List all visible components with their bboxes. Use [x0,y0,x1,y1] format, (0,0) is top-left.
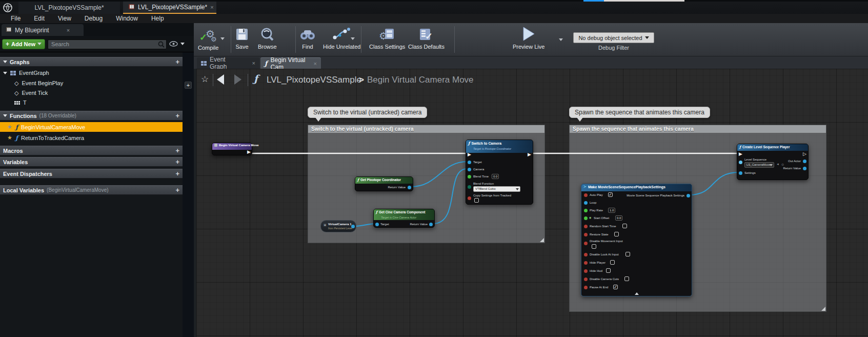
target-pin[interactable] [468,161,471,164]
compile-options-chevron-icon[interactable] [220,37,225,40]
section-functions[interactable]: Functions (18 Overridable) + [0,111,183,121]
hide-player-pin[interactable] [584,261,588,265]
disable-camera-cuts-checkbox[interactable] [624,276,629,281]
add-local-variable-button[interactable]: + [175,186,179,194]
tab-my-blueprint[interactable]: My Blueprint × [2,24,84,36]
menu-file[interactable]: File [4,14,27,23]
close-icon[interactable]: × [210,4,213,10]
tree-item-event-beginplay[interactable]: ◇ Event BeginPlay [0,78,183,88]
tree-item-t[interactable]: T [0,98,183,107]
section-variables[interactable]: Variables + [0,157,183,167]
copy-settings-pin[interactable] [468,196,471,200]
auto-play-checkbox[interactable]: ✓ [608,192,613,197]
browse-button[interactable]: Browse [258,27,277,50]
section-graphs[interactable]: Graphs + [0,57,183,67]
node-create-level-sequence-player[interactable]: ƒ Create Level Sequence Player ▶ ▷ Level… [737,144,809,180]
graph-canvas[interactable]: ☆ ƒ LVL_PixotopeVSSample > Begin Virtual… [196,69,868,337]
disable-look-at-input-pin[interactable] [584,253,588,256]
menu-window[interactable]: Window [109,14,145,23]
add-variable-button[interactable]: + [175,158,179,166]
class-settings-button[interactable]: ⚙ Class Settings [369,27,405,50]
return-value-pin[interactable] [803,167,806,170]
find-button[interactable]: Find [299,27,316,50]
return-value-pin[interactable] [408,186,411,189]
play-rate-field[interactable]: 1.0 [608,208,615,213]
pause-at-end-checkbox[interactable]: ✓ [613,285,618,289]
menu-debug[interactable]: Debug [78,14,109,23]
section-local-variables[interactable]: Local Variables (BeginVirtualCameraMove)… [0,185,183,195]
menu-help[interactable]: Help [145,14,171,23]
favorite-star-icon[interactable]: ★ [7,124,12,130]
disable-look-at-input-checkbox[interactable] [625,252,630,256]
add-macro-button[interactable]: + [175,147,179,154]
exec-out-pin[interactable]: ▶ [528,152,531,157]
save-button[interactable]: Save [235,27,249,50]
pause-at-end-pin[interactable] [584,286,588,289]
tree-item-beginvirtualcameramove[interactable]: ★ ƒ BeginVirtualCameraMove [0,122,183,132]
nav-back-icon[interactable] [217,74,224,85]
copy-settings-checkbox[interactable] [474,198,479,203]
target-pin[interactable] [375,223,379,226]
disable-movement-input-pin[interactable] [584,242,588,245]
random-start-time-pin[interactable] [584,225,588,228]
blend-time-field[interactable]: 0.0 [492,174,499,179]
breadcrumb-root[interactable]: LVL_PixotopeVSSample [267,75,361,85]
chevron-down-icon[interactable] [180,43,185,45]
nav-forward-icon[interactable] [234,74,241,85]
resize-handle[interactable] [540,238,544,242]
panel-scroll-gutter[interactable]: + [183,52,194,337]
tab-event-graph[interactable]: Event Graph × [197,57,259,69]
node-make-moviescene-playback-settings[interactable]: ≻ Make MovieSceneSequencePlaybackSetting… [581,184,692,296]
search-input[interactable] [48,39,167,49]
node-virtual-camera-reference[interactable]: ⌘ VirtualCamera 1 from Persistent Level [320,220,356,232]
close-icon[interactable]: × [67,27,70,33]
hide-player-checkbox[interactable] [610,260,615,265]
settings-pin[interactable] [739,171,742,175]
settings-output-pin[interactable] [687,194,690,197]
add-dispatcher-button[interactable]: + [175,170,179,177]
level-sequence-dropdown[interactable]: LS_CameraMove [744,162,774,168]
blend-function-dropdown[interactable]: VTBlend Cubic [473,186,520,192]
preview-live-options-chevron-icon[interactable] [559,38,563,41]
exec-in-pin[interactable]: ▶ [468,152,471,157]
tree-item-event-tick[interactable]: ◇ Event Tick [0,88,183,97]
favorite-star-icon[interactable]: ★ [7,134,12,141]
comment-header[interactable]: Spawn the sequence that animates this ca… [570,125,826,133]
close-icon[interactable]: × [314,61,317,67]
node-begin-virtual-camera-move[interactable]: Begin Virtual Camera Move ▶ [212,143,252,155]
tree-item-eventgraph[interactable]: EventGraph [0,68,183,77]
hide-hud-checkbox[interactable] [606,268,611,273]
start-offset-pin[interactable] [584,216,588,220]
section-event-dispatchers[interactable]: Event Dispatchers + [0,169,183,179]
asset-tab-active[interactable]: LVL_PixotopeVSSample* × [123,2,216,14]
return-value-pin[interactable] [429,223,433,226]
exec-out-pin[interactable]: ▷ [803,152,806,156]
disable-camera-cuts-pin[interactable] [584,277,588,281]
section-macros[interactable]: Macros + [0,146,183,155]
tree-item-returntotrackedcamera[interactable]: ★ ƒ ReturnToTrackedCamera [0,133,183,143]
favorite-star-icon[interactable]: ☆ [201,74,209,85]
blend-function-pin[interactable] [468,185,471,189]
browse-asset-icon[interactable]: ⊙ [781,163,784,166]
play-rate-pin[interactable] [584,209,588,212]
hide-hud-pin[interactable] [584,269,588,273]
auto-play-pin[interactable] [584,193,588,197]
hide-unrelated-button[interactable]: Hide Unrelated [323,27,360,50]
use-selected-arrow-icon[interactable]: ◄ [776,163,779,166]
level-sequence-pin[interactable] [739,161,742,164]
add-graph-button[interactable]: + [175,58,179,66]
exec-in-pin[interactable]: ▶ [739,152,742,156]
collapse-arrow-icon[interactable] [635,292,639,295]
random-start-time-checkbox[interactable] [622,224,627,228]
restore-state-checkbox[interactable] [614,232,619,236]
close-icon[interactable]: × [252,60,255,66]
output-pin[interactable] [351,225,355,228]
comment-header[interactable]: Switch to the virtual (untracked) camera [308,125,544,133]
node-get-pixotope-coordinator[interactable]: ƒ Get Pixotope Coordinator Return Value [355,176,413,191]
camera-pin[interactable] [468,168,471,171]
restore-state-pin[interactable] [584,233,588,236]
node-get-cine-camera-component[interactable]: ƒ Get Cine Camera Component Target is Ci… [373,209,435,228]
resize-handle[interactable] [821,307,825,311]
add-function-button[interactable]: + [175,112,179,120]
compile-button[interactable]: ⚙⚙✓ Compile [198,27,218,51]
